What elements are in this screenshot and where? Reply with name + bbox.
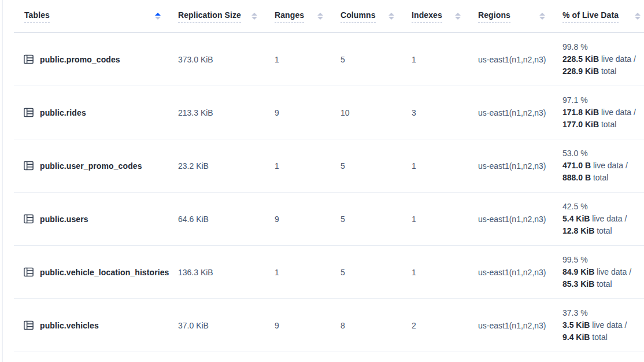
live-data-cell: 42.5 % 5.4 KiB live data / 12.8 KiB tota… (562, 193, 644, 245)
table-icon (23, 54, 34, 65)
table-row: public.rides 213.3 KiB 9 10 3 us-east1(n… (14, 86, 644, 139)
table-row: public.user_promo_codes 23.2 KiB 1 5 1 u… (14, 139, 644, 193)
live-data-amount: 171.8 KiB live data / (562, 106, 636, 119)
replication-size-cell: 136.3 KiB (178, 246, 275, 298)
sort-icon[interactable] (155, 13, 161, 20)
column-header-label: Replication Size (178, 10, 241, 23)
table-name-link[interactable]: public.rides (14, 86, 178, 139)
columns-cell: 5 (340, 193, 412, 245)
column-header-regions[interactable]: Regions (478, 0, 562, 32)
replication-size-cell: 23.2 KiB (178, 139, 275, 192)
sort-icon[interactable] (317, 13, 323, 20)
live-data-amount: 84.9 KiB live data / (562, 266, 631, 278)
ranges-cell: 9 (275, 193, 340, 245)
live-data-amount: 471.0 B live data / (562, 160, 628, 172)
column-header-label: Ranges (275, 10, 304, 23)
table-name: public.promo_codes (40, 55, 120, 64)
table-header-row: Tables Replication Size Ranges Columns I… (14, 0, 644, 33)
table-icon (23, 213, 34, 224)
live-data-percent: 97.1 % (562, 94, 588, 106)
column-header-columns[interactable]: Columns (340, 0, 412, 32)
table-row: public.promo_codes 373.0 KiB 1 5 1 us-ea… (14, 33, 644, 86)
regions-cell: us-east1(n1,n2,n3) (478, 193, 562, 245)
columns-cell: 10 (340, 86, 412, 139)
live-data-amount: 5.4 KiB live data / (562, 213, 627, 225)
live-data-percent: 99.8 % (562, 41, 588, 53)
ranges-cell: 9 (275, 299, 340, 352)
indexes-cell: 3 (412, 86, 478, 139)
table-name-link[interactable]: public.vehicle_location_histories (14, 246, 178, 298)
table-name: public.vehicle_location_histories (40, 268, 169, 277)
live-data-cell: 99.5 % 84.9 KiB live data / 85.3 KiB tot… (562, 246, 644, 298)
regions-cell: us-east1(n1,n2,n3) (478, 86, 562, 139)
ranges-cell: 1 (275, 139, 340, 192)
tables-list: Tables Replication Size Ranges Columns I… (14, 0, 644, 352)
replication-size-cell: 64.6 KiB (178, 193, 275, 245)
column-header-tables[interactable]: Tables (14, 0, 178, 32)
sort-icon[interactable] (539, 13, 545, 20)
columns-cell: 8 (340, 299, 412, 352)
regions-cell: us-east1(n1,n2,n3) (478, 139, 562, 192)
column-header-label: Columns (340, 10, 376, 23)
table-name-link[interactable]: public.user_promo_codes (14, 139, 178, 192)
sort-icon[interactable] (251, 13, 257, 20)
columns-cell: 5 (340, 246, 412, 298)
total-data-amount: 12.8 KiB total (562, 225, 612, 237)
table-row: public.vehicles 37.0 KiB 9 8 2 us-east1(… (14, 299, 644, 352)
column-header-ranges[interactable]: Ranges (275, 0, 340, 32)
live-data-cell: 99.8 % 228.5 KiB live data / 228.9 KiB t… (562, 33, 644, 86)
column-header-live-data[interactable]: % of Live Data (562, 0, 644, 32)
table-name: public.rides (40, 108, 86, 117)
live-data-cell: 37.3 % 3.5 KiB live data / 9.4 KiB total (562, 299, 644, 352)
table-row: public.vehicle_location_histories 136.3 … (14, 246, 644, 299)
total-data-amount: 177.0 KiB total (562, 119, 616, 131)
column-header-indexes[interactable]: Indexes (412, 0, 478, 32)
sort-icon[interactable] (635, 13, 641, 20)
column-header-label: % of Live Data (562, 10, 619, 23)
total-data-amount: 85.3 KiB total (562, 278, 612, 290)
table-icon (23, 107, 34, 118)
replication-size-cell: 373.0 KiB (178, 33, 275, 86)
indexes-cell: 1 (412, 246, 478, 298)
regions-cell: us-east1(n1,n2,n3) (478, 246, 562, 298)
columns-cell: 5 (340, 139, 412, 192)
live-data-cell: 97.1 % 171.8 KiB live data / 177.0 KiB t… (562, 86, 644, 139)
live-data-percent: 42.5 % (562, 201, 588, 213)
sort-icon[interactable] (388, 13, 394, 20)
table-name: public.users (40, 215, 88, 224)
total-data-amount: 9.4 KiB total (562, 331, 608, 343)
page-left-edge (2, 0, 3, 362)
table-row: public.users 64.6 KiB 9 5 1 us-east1(n1,… (14, 193, 644, 246)
column-header-label: Tables (24, 10, 50, 23)
table-name-link[interactable]: public.users (14, 193, 178, 245)
column-header-label: Regions (478, 10, 510, 23)
total-data-amount: 888.0 B total (562, 172, 608, 184)
live-data-percent: 99.5 % (562, 254, 588, 266)
table-name-link[interactable]: public.vehicles (14, 299, 178, 352)
columns-cell: 5 (340, 33, 412, 86)
regions-cell: us-east1(n1,n2,n3) (478, 299, 562, 352)
live-data-percent: 53.0 % (562, 147, 588, 160)
table-name-link[interactable]: public.promo_codes (14, 33, 178, 86)
live-data-cell: 53.0 % 471.0 B live data / 888.0 B total (562, 139, 644, 192)
indexes-cell: 1 (412, 193, 478, 245)
live-data-amount: 3.5 KiB live data / (562, 319, 627, 331)
table-name: public.user_promo_codes (40, 161, 142, 171)
regions-cell: us-east1(n1,n2,n3) (478, 33, 562, 86)
column-header-replication-size[interactable]: Replication Size (178, 0, 275, 32)
table-name: public.vehicles (40, 321, 99, 330)
replication-size-cell: 37.0 KiB (178, 299, 275, 352)
column-header-label: Indexes (412, 10, 442, 23)
table-icon (23, 320, 34, 331)
live-data-amount: 228.5 KiB live data / (562, 53, 636, 65)
indexes-cell: 1 (412, 33, 478, 86)
live-data-percent: 37.3 % (562, 307, 588, 319)
ranges-cell: 9 (275, 86, 340, 139)
ranges-cell: 1 (275, 33, 340, 86)
indexes-cell: 1 (412, 139, 478, 192)
ranges-cell: 1 (275, 246, 340, 298)
total-data-amount: 228.9 KiB total (562, 65, 616, 77)
table-icon (23, 160, 34, 171)
sort-icon[interactable] (455, 13, 461, 20)
replication-size-cell: 213.3 KiB (178, 86, 275, 139)
